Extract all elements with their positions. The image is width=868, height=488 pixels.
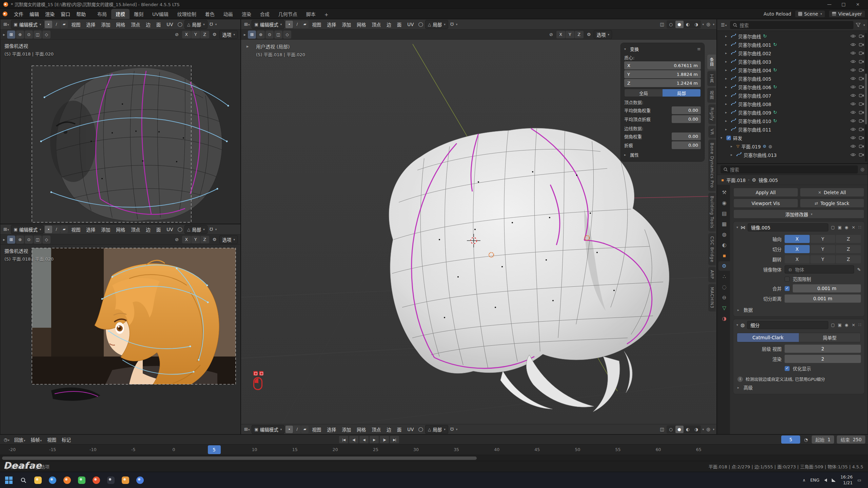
- viewport-menu-4[interactable]: 顶点: [369, 425, 383, 433]
- toggle-stack-button[interactable]: ⇄Toggle Stack: [800, 199, 865, 208]
- play-button[interactable]: ▶: [370, 436, 379, 443]
- optimal-display-checkbox[interactable]: [785, 366, 790, 371]
- properties-tab-tool[interactable]: ⚒: [718, 188, 730, 197]
- current-frame-field[interactable]: 5: [781, 435, 800, 444]
- timeline-scrollbar[interactable]: [0, 455, 868, 461]
- display-editmode-icon[interactable]: ▢: [831, 225, 835, 230]
- mode-dropdown[interactable]: ▣编辑模式▾: [11, 225, 44, 234]
- viewport-menu-4[interactable]: 顶点: [129, 225, 142, 233]
- toolbar-expand-arrow[interactable]: ▸: [3, 32, 5, 37]
- editor-type-icon[interactable]: ◷▾: [3, 437, 11, 442]
- select-mode-vertex-button[interactable]: ∙: [45, 21, 52, 28]
- taskbar-blender-icon[interactable]: [61, 474, 73, 486]
- chevron-right-icon[interactable]: ▸: [725, 51, 729, 55]
- n-panel-tab-1[interactable]: 工具: [707, 71, 716, 86]
- taskbar-firefox-icon[interactable]: [90, 474, 102, 486]
- hide-eye-icon[interactable]: [850, 42, 856, 47]
- proportional-edit-icon[interactable]: ◯: [176, 227, 183, 232]
- chevron-right-icon[interactable]: ▸: [725, 85, 729, 89]
- disable-render-icon[interactable]: [859, 67, 864, 73]
- n-panel-tab-6[interactable]: Building Tools: [708, 193, 716, 231]
- mirror-axis-y-button[interactable]: Y: [566, 31, 574, 38]
- workspace-tab-4[interactable]: 纹理绘制: [173, 9, 201, 19]
- chevron-right-icon[interactable]: ▸: [731, 153, 734, 157]
- properties-tab-material[interactable]: ◑: [718, 314, 730, 323]
- taskbar-blue-app-icon[interactable]: [134, 474, 146, 486]
- viewport-menu-7[interactable]: UV: [405, 21, 416, 28]
- workspace-tab-1[interactable]: 建模: [111, 9, 130, 19]
- properties-tab-modifiers[interactable]: ⚙: [718, 261, 730, 271]
- outliner-row-curve-7[interactable]: ▸贝塞尔曲线.007: [718, 91, 867, 100]
- scene-selector[interactable]: Scene ▾: [795, 10, 826, 18]
- hide-eye-icon[interactable]: [850, 135, 856, 141]
- catmull-clark-button[interactable]: Catmull-Clark: [737, 333, 799, 342]
- overlays-dropdown-icon[interactable]: ▾: [713, 23, 714, 26]
- mirror-axis-seg-x-button[interactable]: X: [785, 235, 810, 243]
- xray-toggle-icon[interactable]: ◫: [659, 427, 665, 432]
- chevron-down-icon[interactable]: ▾: [721, 136, 724, 140]
- snap-magnet-icon[interactable]: Ω: [449, 427, 455, 432]
- timeline-ruler[interactable]: -20-15-10-5051015202530354045505560655: [0, 444, 868, 455]
- mirror-axis-z-button[interactable]: Z: [200, 31, 209, 38]
- workspace-tab-2[interactable]: 雕刻: [130, 9, 148, 19]
- mirror-axis-seg-y-button[interactable]: Y: [810, 235, 835, 243]
- chevron-right-icon[interactable]: ▸: [725, 77, 729, 80]
- subdivision-panel-header[interactable]: ▾ ◍ 细分 ▢ ▣ ◉ × ∷: [733, 319, 864, 330]
- viewport-menu-3[interactable]: 网格: [354, 425, 368, 433]
- properties-tab-scene[interactable]: ◍: [718, 230, 730, 239]
- outliner-row-child-0[interactable]: ▸▽平面.019⚙◍: [718, 142, 867, 150]
- disable-render-icon[interactable]: [859, 42, 864, 47]
- tool-button-2[interactable]: ⊙: [265, 30, 274, 39]
- viewport-menu-1[interactable]: 选择: [324, 20, 338, 28]
- proportional-edit-icon[interactable]: ◯: [417, 427, 424, 432]
- timeline-menu-0[interactable]: 回放▾: [12, 435, 28, 444]
- properties-tab-physics[interactable]: ◌: [718, 282, 730, 292]
- hide-eye-icon[interactable]: [850, 59, 856, 64]
- viewport-menu-0[interactable]: 视图: [310, 20, 323, 28]
- frame-end-field[interactable]: 结束250: [837, 435, 865, 444]
- mirror-axis-z-button[interactable]: Z: [200, 236, 209, 243]
- taskbar-terminal-icon[interactable]: [105, 474, 117, 486]
- select-mode-edge-button[interactable]: ∕: [53, 21, 60, 28]
- next-keyframe-button[interactable]: |▶: [380, 436, 389, 443]
- mirror-flip-seg-z-button[interactable]: Z: [836, 255, 861, 263]
- select-mode-face-button[interactable]: ▰: [60, 226, 68, 233]
- select-mode-vertex-button[interactable]: ∙: [285, 21, 293, 28]
- workspace-tab-6[interactable]: 动画: [219, 9, 237, 19]
- mirror-bisect-seg-x-button[interactable]: X: [785, 245, 810, 253]
- chevron-right-icon[interactable]: ▸: [725, 34, 729, 38]
- transform-y-field[interactable]: Y1.8824 m: [624, 70, 701, 78]
- taskbar-start-icon[interactable]: [3, 474, 15, 486]
- transform-panel-title[interactable]: 变换: [630, 46, 639, 52]
- viewport-menu-4[interactable]: 顶点: [129, 20, 142, 28]
- workspace-tab-5[interactable]: 着色: [201, 9, 219, 19]
- mirror-flip-seg-y-button[interactable]: Y: [810, 255, 835, 263]
- chevron-down-icon[interactable]: ▾: [863, 23, 865, 27]
- disable-render-icon[interactable]: [859, 135, 864, 141]
- jump-to-start-button[interactable]: |◀: [339, 436, 348, 443]
- breadcrumb-modifier[interactable]: 镜像.005: [758, 177, 778, 183]
- disable-render-icon[interactable]: [859, 110, 864, 115]
- viewport-menu-1[interactable]: 选择: [324, 425, 338, 433]
- viewport-menu-2[interactable]: 添加: [99, 20, 113, 28]
- viewport-menu-1[interactable]: 选择: [84, 20, 98, 28]
- chevron-right-icon[interactable]: ▸: [725, 102, 729, 106]
- hide-eye-icon[interactable]: [850, 152, 856, 158]
- chevron-down-icon[interactable]: ▾: [456, 428, 458, 431]
- n-panel-tab-8[interactable]: ARP: [708, 267, 716, 282]
- menubar-item-1[interactable]: 编辑: [26, 9, 42, 18]
- taskbar-edge-browser-icon[interactable]: [46, 474, 59, 486]
- chevron-right-icon[interactable]: ▸: [725, 68, 729, 72]
- viewport-menu-5[interactable]: 边: [384, 425, 394, 433]
- properties-tab-output[interactable]: ▤: [718, 209, 730, 218]
- properties-tab-object[interactable]: ▪: [718, 251, 730, 260]
- disable-render-icon[interactable]: [859, 50, 864, 56]
- filter-icon[interactable]: [856, 23, 861, 27]
- hide-eye-icon[interactable]: [850, 101, 856, 107]
- proportional-edit-icon[interactable]: ◯: [417, 22, 424, 27]
- hide-eye-icon[interactable]: [850, 84, 856, 90]
- hide-eye-icon[interactable]: [850, 34, 856, 39]
- menubar-item-2[interactable]: 渲染: [42, 9, 58, 18]
- breadcrumb-object[interactable]: 平面.018: [726, 177, 746, 183]
- shading-solid-button[interactable]: ●: [675, 426, 684, 433]
